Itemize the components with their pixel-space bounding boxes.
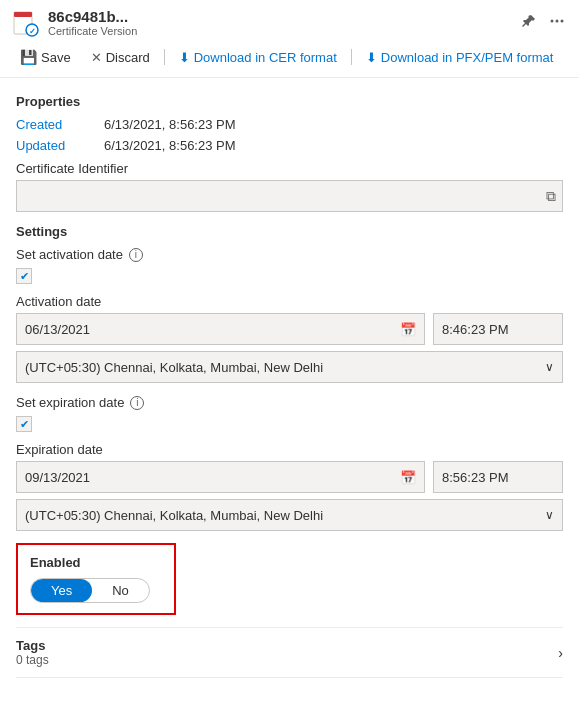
properties-section-header: Properties <box>16 94 563 109</box>
expiration-checkbox-wrapper: ✔ <box>16 416 563 432</box>
page-title: 86c9481b... <box>48 8 511 25</box>
expiration-calendar-icon: 📅 <box>400 470 416 485</box>
save-icon: 💾 <box>20 49 37 65</box>
checkmark-icon: ✔ <box>20 270 29 283</box>
activation-time-value: 8:46:23 PM <box>442 322 509 337</box>
expiration-time-value: 8:56:23 PM <box>442 470 509 485</box>
discard-button[interactable]: ✕ Discard <box>83 46 158 69</box>
download-pfx-button[interactable]: ⬇ Download in PFX/PEM format <box>358 46 562 69</box>
settings-section-header: Settings <box>16 224 563 239</box>
discard-label: Discard <box>106 50 150 65</box>
svg-point-5 <box>556 20 559 23</box>
save-button[interactable]: 💾 Save <box>12 45 79 69</box>
tags-info: Tags 0 tags <box>16 638 49 667</box>
created-value: 6/13/2021, 8:56:23 PM <box>104 117 236 132</box>
pin-button[interactable] <box>519 11 539 34</box>
activation-checkbox-wrapper: ✔ <box>16 268 563 284</box>
expiration-date-input[interactable]: 09/13/2021 📅 <box>16 461 425 493</box>
cert-identifier-input[interactable]: ⧉ <box>16 180 563 212</box>
header-title-group: 86c9481b... Certificate Version <box>48 8 511 37</box>
updated-label: Updated <box>16 138 96 153</box>
set-expiration-row: Set expiration date i <box>16 395 563 410</box>
tags-title: Tags <box>16 638 49 653</box>
toolbar-separator-2 <box>351 49 352 65</box>
enabled-section: Enabled Yes No <box>16 543 176 615</box>
download-cer-label: Download in CER format <box>194 50 337 65</box>
expiration-checkmark-icon: ✔ <box>20 418 29 431</box>
download-cer-icon: ⬇ <box>179 50 190 65</box>
download-pfx-icon: ⬇ <box>366 50 377 65</box>
set-expiration-label: Set expiration date <box>16 395 124 410</box>
download-cer-button[interactable]: ⬇ Download in CER format <box>171 46 345 69</box>
enabled-toggle-group: Yes No <box>30 578 150 603</box>
svg-rect-1 <box>14 12 32 17</box>
tags-chevron-right-icon: › <box>558 645 563 661</box>
tags-count: 0 tags <box>16 653 49 667</box>
page-subtitle: Certificate Version <box>48 25 511 37</box>
set-activation-label: Set activation date <box>16 247 123 262</box>
enabled-no-button[interactable]: No <box>92 579 149 602</box>
activation-checkbox[interactable]: ✔ <box>16 268 32 284</box>
pin-icon <box>521 13 537 29</box>
expiration-date-label: Expiration date <box>16 442 563 457</box>
cert-identifier-wrapper: ⧉ <box>16 180 563 212</box>
svg-point-4 <box>551 20 554 23</box>
save-label: Save <box>41 50 71 65</box>
enabled-yes-button[interactable]: Yes <box>31 579 92 602</box>
toolbar: 💾 Save ✕ Discard ⬇ Download in CER forma… <box>0 41 579 78</box>
download-pfx-label: Download in PFX/PEM format <box>381 50 554 65</box>
cert-identifier-label: Certificate Identifier <box>16 161 563 176</box>
activation-timezone-dropdown[interactable]: (UTC+05:30) Chennai, Kolkata, Mumbai, Ne… <box>16 351 563 383</box>
svg-point-6 <box>561 20 564 23</box>
activation-date-label: Activation date <box>16 294 563 309</box>
content-area: Properties Created 6/13/2021, 8:56:23 PM… <box>0 78 579 690</box>
expiration-timezone-chevron: ∨ <box>545 508 554 522</box>
copy-icon[interactable]: ⧉ <box>546 188 556 205</box>
expiration-time-input[interactable]: 8:56:23 PM <box>433 461 563 493</box>
created-label: Created <box>16 117 96 132</box>
set-activation-row: Set activation date i <box>16 247 563 262</box>
created-row: Created 6/13/2021, 8:56:23 PM <box>16 117 563 132</box>
expiration-date-value: 09/13/2021 <box>25 470 90 485</box>
cert-icon: ✓ <box>12 9 40 37</box>
expiration-timezone-value: (UTC+05:30) Chennai, Kolkata, Mumbai, Ne… <box>25 508 323 523</box>
activation-time-input[interactable]: 8:46:23 PM <box>433 313 563 345</box>
header-icons <box>519 11 567 34</box>
activation-date-input[interactable]: 06/13/2021 📅 <box>16 313 425 345</box>
enabled-label: Enabled <box>30 555 162 570</box>
page-header: ✓ 86c9481b... Certificate Version <box>0 0 579 41</box>
toolbar-separator <box>164 49 165 65</box>
activation-timezone-chevron: ∨ <box>545 360 554 374</box>
svg-text:✓: ✓ <box>29 27 36 36</box>
expiration-info-icon[interactable]: i <box>130 396 144 410</box>
calendar-icon: 📅 <box>400 322 416 337</box>
more-icon <box>549 13 565 29</box>
discard-icon: ✕ <box>91 50 102 65</box>
expiration-timezone-dropdown[interactable]: (UTC+05:30) Chennai, Kolkata, Mumbai, Ne… <box>16 499 563 531</box>
updated-value: 6/13/2021, 8:56:23 PM <box>104 138 236 153</box>
activation-datetime-row: 06/13/2021 📅 8:46:23 PM <box>16 313 563 345</box>
expiration-datetime-row: 09/13/2021 📅 8:56:23 PM <box>16 461 563 493</box>
activation-date-value: 06/13/2021 <box>25 322 90 337</box>
expiration-checkbox[interactable]: ✔ <box>16 416 32 432</box>
more-button[interactable] <box>547 11 567 34</box>
activation-timezone-value: (UTC+05:30) Chennai, Kolkata, Mumbai, Ne… <box>25 360 323 375</box>
activation-info-icon[interactable]: i <box>129 248 143 262</box>
updated-row: Updated 6/13/2021, 8:56:23 PM <box>16 138 563 153</box>
tags-row[interactable]: Tags 0 tags › <box>16 627 563 678</box>
